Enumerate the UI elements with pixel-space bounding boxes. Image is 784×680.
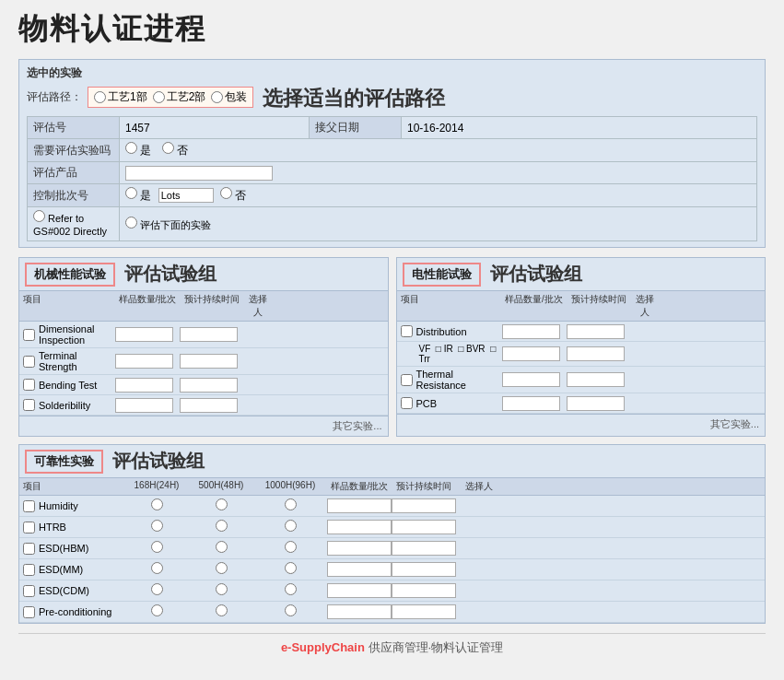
reliability-header: 可靠性实验 评估试验组 (19, 445, 765, 478)
rel-qty-3[interactable] (327, 562, 392, 577)
rel-qty-5[interactable] (327, 604, 392, 619)
rel-label-4: ESD(CDM) (39, 585, 89, 596)
mech-dur-2[interactable] (180, 378, 238, 393)
elec-check-2[interactable] (401, 374, 413, 386)
mech-qty-0[interactable] (115, 327, 173, 342)
rel-radio-1000-3[interactable] (285, 562, 297, 574)
rel-dur-4[interactable] (392, 583, 456, 598)
reliability-callout: 评估试验组 (112, 449, 205, 474)
elec-dur-0[interactable] (567, 324, 625, 339)
rel-qty-4[interactable] (327, 583, 392, 598)
needeval-yes[interactable]: 是 (125, 144, 151, 157)
rel-dur-3[interactable] (392, 562, 456, 577)
rel-dur-1[interactable] (392, 520, 456, 534)
rel-check-2[interactable] (23, 543, 35, 555)
rel-row-3: ESD(MM) (19, 559, 765, 580)
eval-path-label: 评估路径： (27, 89, 82, 105)
product-value[interactable] (120, 162, 757, 184)
rel-radio-500-4[interactable] (216, 583, 228, 595)
mech-col-selector: 选择人 (244, 293, 272, 319)
mechanical-more[interactable]: 其它实验... (19, 416, 388, 436)
needeval-options[interactable]: 是 否 (120, 139, 757, 162)
elec-col-qty: 样品数量/批次 (502, 293, 567, 319)
elec-col-item: 项目 (401, 293, 502, 319)
rel-radio-1000-1[interactable] (285, 520, 297, 532)
rel-dur-2[interactable] (392, 541, 456, 556)
rel-radio-500-3[interactable] (216, 562, 228, 574)
two-panels: 机械性能试验 评估试验组 项目 样品数量/批次 预计持续时间 选择人 Dimen… (18, 257, 766, 437)
mech-dur-0[interactable] (180, 327, 238, 342)
mech-check-1[interactable] (23, 356, 35, 368)
batchno-input[interactable] (158, 188, 214, 203)
rel-col-sel: 选择人 (456, 480, 502, 493)
rel-check-5[interactable] (23, 606, 35, 618)
product-input[interactable] (125, 166, 273, 181)
rel-qty-0[interactable] (327, 498, 392, 513)
batchno-yes[interactable]: 是 (125, 189, 151, 202)
rel-check-4[interactable] (23, 585, 35, 597)
rel-label-5: Pre-conditioning (39, 606, 112, 617)
mech-qty-3[interactable] (115, 398, 173, 413)
eval-path-radio-group[interactable]: 工艺1部 工艺2部 包装 (88, 87, 253, 108)
rel-radio-168-2[interactable] (151, 541, 163, 553)
rel-radio-1000-2[interactable] (285, 541, 297, 553)
rel-qty-1[interactable] (327, 520, 392, 534)
mech-dur-3[interactable] (180, 398, 238, 413)
mech-check-3[interactable] (23, 399, 35, 411)
form-row-product: 评估产品 (28, 162, 757, 184)
elec-dur-1[interactable] (567, 346, 625, 361)
rel-radio-1000-4[interactable] (285, 583, 297, 595)
elec-qty-2[interactable] (502, 372, 560, 387)
electrical-more[interactable]: 其它实验... (397, 414, 766, 434)
rel-row-0: Humidity (19, 496, 765, 517)
batchno-no[interactable]: 否 (220, 189, 246, 202)
elec-qty-3[interactable] (502, 396, 560, 411)
rel-radio-500-5[interactable] (216, 604, 228, 616)
mech-check-0[interactable] (23, 329, 35, 341)
elec-dur-3[interactable] (567, 396, 625, 411)
rel-dur-5[interactable] (392, 604, 456, 619)
selected-experiment-table: 评估号 1457 接父日期 10-16-2014 需要评估实验吗 是 否 评估产… (27, 116, 757, 241)
elec-qty-1[interactable] (502, 346, 560, 361)
refer-gs002[interactable]: Refer to GS#002 Directly (33, 213, 107, 237)
elec-qty-0[interactable] (502, 324, 560, 339)
mech-qty-2[interactable] (115, 378, 173, 393)
mech-qty-1[interactable] (115, 354, 173, 369)
needeval-no[interactable]: 否 (162, 144, 188, 157)
mech-check-2[interactable] (23, 379, 35, 391)
elec-check-0[interactable] (401, 325, 413, 337)
rel-radio-1000-5[interactable] (285, 604, 297, 616)
rel-qty-2[interactable] (327, 541, 392, 556)
rel-radio-500-0[interactable] (216, 498, 228, 510)
rel-check-0[interactable] (23, 500, 35, 512)
rel-radio-168-0[interactable] (151, 498, 163, 510)
rel-radio-168-1[interactable] (151, 520, 163, 532)
form-row-batchno: 控制批次号 是 否 (28, 184, 757, 207)
rel-dur-0[interactable] (392, 498, 456, 513)
radio-option-packaging[interactable]: 包装 (211, 89, 247, 105)
rel-radio-168-3[interactable] (151, 562, 163, 574)
selected-experiment-label: 选中的实验 (27, 65, 757, 81)
elec-check-3[interactable] (401, 397, 413, 409)
rel-radio-168-5[interactable] (151, 604, 163, 616)
batchno-options[interactable]: 是 否 (120, 184, 757, 207)
rel-radio-500-1[interactable] (216, 520, 228, 532)
elec-dur-2[interactable] (567, 372, 625, 387)
radio-option-process1[interactable]: 工艺1部 (94, 89, 147, 105)
electrical-panel-header: 电性能试验 评估试验组 (397, 258, 766, 291)
evalnum-label: 评估号 (28, 117, 120, 139)
mech-col-qty: 样品数量/批次 (115, 293, 180, 319)
mechanical-panel-header: 机械性能试验 评估试验组 (19, 258, 388, 291)
rel-radio-500-2[interactable] (216, 541, 228, 553)
rel-check-3[interactable] (23, 564, 35, 576)
radio-option-process2[interactable]: 工艺2部 (153, 89, 206, 105)
rel-radio-1000-0[interactable] (285, 498, 297, 510)
refer-below[interactable]: 评估下面的实验 (125, 219, 211, 230)
rel-label-3: ESD(MM) (39, 564, 83, 575)
mech-dur-1[interactable] (180, 354, 238, 369)
rel-radio-168-4[interactable] (151, 583, 163, 595)
needeval-label: 需要评估实验吗 (28, 139, 120, 162)
elec-label-3: PCB (416, 398, 438, 409)
rel-check-1[interactable] (23, 522, 35, 533)
elec-row-3: PCB (397, 393, 766, 414)
